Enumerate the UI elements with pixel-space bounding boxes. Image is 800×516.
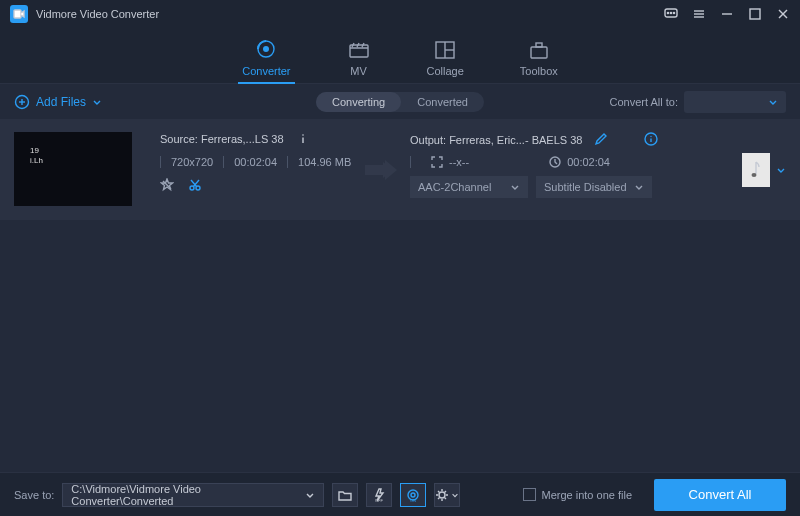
- menu-icon[interactable]: [692, 7, 706, 21]
- duration: 00:02:04: [234, 156, 277, 168]
- source-filename: Ferreras,...LS 38: [201, 133, 284, 145]
- svg-rect-9: [750, 9, 760, 19]
- tab-toolbox[interactable]: Toolbox: [520, 39, 558, 83]
- convert-all-format-dropdown[interactable]: [684, 91, 786, 113]
- svg-point-31: [651, 136, 652, 137]
- merge-checkbox[interactable]: Merge into one file: [523, 488, 633, 501]
- status-segment: Converting Converted: [316, 92, 484, 112]
- high-speed-button[interactable]: ON: [400, 483, 426, 507]
- tab-collage[interactable]: Collage: [427, 39, 464, 83]
- seg-converted[interactable]: Converted: [401, 92, 484, 112]
- source-info: Source: Ferreras,...LS 38 720x720 00:02:…: [160, 132, 360, 208]
- chevron-down-icon: [510, 182, 520, 192]
- seg-converting[interactable]: Converting: [316, 92, 401, 112]
- svg-rect-0: [14, 10, 21, 18]
- info-icon[interactable]: [296, 132, 310, 146]
- chevron-down-icon: [451, 488, 459, 502]
- output-info: Output: Ferreras, Eric...- BAELS 38 --x-…: [400, 132, 742, 208]
- filesize: 104.96 MB: [298, 156, 351, 168]
- checkbox-icon: [523, 488, 536, 501]
- output-format-icon[interactable]: [742, 153, 770, 187]
- svg-rect-18: [531, 47, 547, 58]
- resolution: 720x720: [171, 156, 213, 168]
- gpu-accel-button[interactable]: OFF: [366, 483, 392, 507]
- app-logo: [10, 5, 28, 23]
- chevron-down-icon: [768, 97, 778, 107]
- output-filename: Ferreras, Eric...- BAELS 38: [449, 134, 582, 146]
- tab-label: Collage: [427, 65, 464, 77]
- svg-point-26: [190, 186, 194, 190]
- arrow-icon: [360, 132, 400, 208]
- svg-point-2: [667, 12, 668, 13]
- video-thumbnail[interactable]: 19i.Lh: [14, 132, 132, 206]
- tab-converter[interactable]: Converter: [242, 39, 290, 83]
- file-list: 19i.Lh Source: Ferreras,...LS 38 720x720…: [0, 120, 800, 472]
- svg-point-39: [439, 492, 445, 498]
- clock-icon: [549, 156, 561, 168]
- merge-label: Merge into one file: [542, 489, 633, 501]
- save-path: C:\Vidmore\Vidmore Video Converter\Conve…: [71, 483, 305, 507]
- add-files-label: Add Files: [36, 95, 86, 109]
- out-duration: 00:02:04: [567, 156, 610, 168]
- chevron-down-icon: [634, 182, 644, 192]
- svg-point-4: [673, 12, 674, 13]
- tab-label: MV: [350, 65, 367, 77]
- file-item: 19i.Lh Source: Ferreras,...LS 38 720x720…: [0, 120, 800, 220]
- tab-mv[interactable]: MV: [347, 39, 371, 83]
- svg-rect-19: [536, 43, 542, 47]
- svg-point-34: [752, 173, 757, 177]
- cut-icon[interactable]: [188, 178, 202, 194]
- chevron-down-icon: [305, 490, 315, 500]
- convert-all-to-label: Convert All to:: [610, 96, 678, 108]
- maximize-icon[interactable]: [748, 7, 762, 21]
- edit-icon[interactable]: [594, 132, 608, 148]
- main-tabs: Converter MV Collage Toolbox: [0, 28, 800, 84]
- chevron-down-icon: [92, 97, 102, 107]
- app-title: Vidmore Video Converter: [36, 8, 664, 20]
- close-icon[interactable]: [776, 7, 790, 21]
- svg-point-3: [670, 12, 671, 13]
- svg-point-13: [263, 46, 269, 52]
- svg-text:ON: ON: [410, 498, 416, 502]
- svg-point-23: [302, 134, 304, 136]
- open-folder-button[interactable]: [332, 483, 358, 507]
- bottom-bar: Save to: C:\Vidmore\Vidmore Video Conver…: [0, 472, 800, 516]
- save-path-dropdown[interactable]: C:\Vidmore\Vidmore Video Converter\Conve…: [62, 483, 324, 507]
- feedback-icon[interactable]: [664, 7, 678, 21]
- titlebar: Vidmore Video Converter: [0, 0, 800, 28]
- svg-text:OFF: OFF: [375, 498, 384, 502]
- chevron-down-icon[interactable]: [776, 165, 786, 175]
- tab-label: Toolbox: [520, 65, 558, 77]
- settings-button[interactable]: [434, 483, 460, 507]
- save-to-label: Save to:: [14, 489, 54, 501]
- minimize-icon[interactable]: [720, 7, 734, 21]
- toolbar: Add Files Converting Converted Convert A…: [0, 84, 800, 120]
- convert-all-button[interactable]: Convert All: [654, 479, 786, 511]
- expand-icon: [431, 156, 443, 168]
- tab-label: Converter: [242, 65, 290, 77]
- out-resolution: --x--: [449, 156, 469, 168]
- svg-point-27: [196, 186, 200, 190]
- enhance-icon[interactable]: [160, 178, 174, 194]
- audio-dropdown[interactable]: AAC-2Channel: [410, 176, 528, 198]
- add-files-button[interactable]: Add Files: [14, 94, 102, 110]
- svg-point-37: [411, 493, 415, 497]
- info-circle-icon[interactable]: [644, 132, 658, 148]
- subtitle-dropdown[interactable]: Subtitle Disabled: [536, 176, 652, 198]
